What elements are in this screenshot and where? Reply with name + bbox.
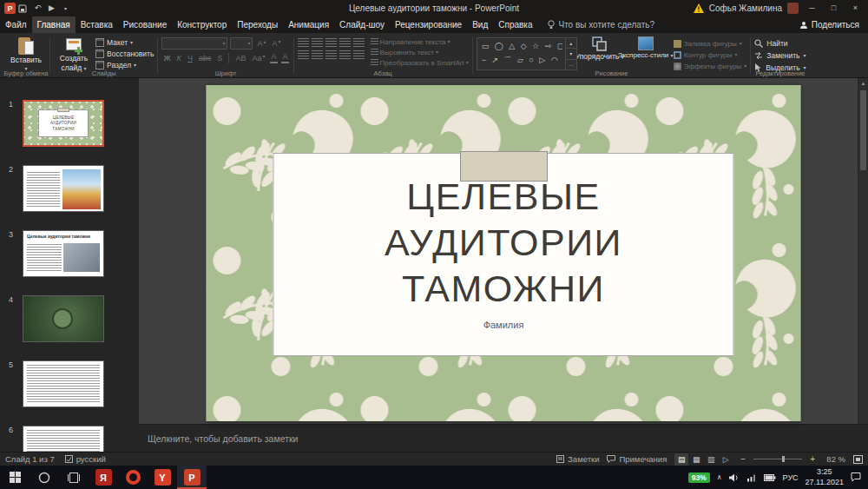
slide-thumbnail-4[interactable]: 4 [0, 295, 139, 342]
tellme-box[interactable]: Что вы хотите сделать? [548, 17, 654, 33]
align-left-icon[interactable] [298, 50, 309, 59]
zoom-in-button[interactable]: + [810, 454, 815, 465]
zoom-slider-thumb[interactable] [782, 456, 785, 462]
tab-view[interactable]: Вид [467, 17, 493, 33]
gallery-more-icon[interactable]: ⋯ [566, 59, 576, 69]
yandex-app-icon[interactable]: Y [148, 466, 177, 489]
undo-icon[interactable]: ↶ [32, 3, 43, 14]
italic-button[interactable]: К [175, 54, 183, 63]
reset-button[interactable]: Восстановить [95, 49, 154, 58]
battery-icon[interactable] [764, 474, 776, 481]
fit-slide-to-window-icon[interactable] [853, 455, 863, 464]
notes-toggle-button[interactable]: Заметки [556, 454, 599, 464]
font-name-combo[interactable]: ▾ [161, 37, 227, 50]
find-button[interactable]: Найти [754, 38, 806, 48]
minimize-button[interactable]: ─ [804, 0, 820, 17]
shapes-gallery[interactable]: ▭ ◯ △ ◇ ☆ ⇨ ◻ − ↗ ⌒ ▱ ○ ▷ ◠ ▴ ▾ ⋯ [477, 37, 577, 70]
thumbnail-1-preview[interactable]: ЦЕЛЕВЫЕ АУДИТОРИИ ТАМОЖНИ [23, 100, 104, 147]
thumbnail-3-preview[interactable]: Целевые аудитории таможни [23, 230, 104, 277]
decor-tan-rectangle[interactable] [460, 151, 548, 182]
gallery-down-icon[interactable]: ▾ [566, 48, 576, 58]
font-size-combo[interactable]: ▾ [230, 37, 253, 50]
slide-thumbnail-6[interactable]: 6 [0, 426, 139, 452]
slide-subtitle[interactable]: Фамилия [207, 320, 801, 330]
volume-icon[interactable] [729, 473, 740, 482]
bullet-list-icon[interactable] [298, 38, 309, 47]
network-icon[interactable] [746, 473, 757, 482]
change-case-button[interactable]: Аа▾ [250, 54, 266, 63]
thumbnail-5-preview[interactable] [23, 360, 104, 407]
new-slide-button[interactable]: Создать слайд ▾ [54, 36, 94, 73]
tab-insert[interactable]: Вставка [76, 17, 118, 33]
restore-button[interactable]: □ [825, 0, 842, 17]
grow-font-button[interactable]: А▴ [255, 39, 267, 48]
hidden-icons-chevron[interactable]: ∧ [717, 473, 722, 481]
bold-button[interactable]: Ж [161, 54, 172, 63]
slide-thumbnail-5[interactable]: 5 [0, 360, 139, 407]
font-color-button[interactable]: А [281, 53, 290, 63]
text-direction-button[interactable]: Направление текста ▾ [371, 37, 469, 46]
align-text-button[interactable]: Выровнять текст ▾ [371, 48, 469, 56]
tab-draw[interactable]: Рисование [118, 17, 172, 33]
slide-title[interactable]: ЦЕЛЕВЫЕ АУДИТОРИИ ТАМОЖНИ [207, 174, 801, 312]
shrink-font-button[interactable]: А▾ [270, 39, 282, 48]
arrange-button[interactable]: Упорядочить ▾ [577, 36, 622, 62]
columns-icon[interactable] [353, 50, 365, 59]
yandex-browser-icon[interactable]: Я [89, 466, 118, 489]
scrollbar-thumb[interactable] [860, 90, 866, 170]
text-shadow-button[interactable]: S [215, 54, 224, 63]
search-button[interactable] [30, 466, 59, 489]
thumbnail-4-preview[interactable] [23, 295, 104, 342]
close-button[interactable]: × [847, 0, 864, 17]
tab-slideshow[interactable]: Слайд-шоу [334, 17, 390, 33]
language-indicator[interactable]: русский [65, 454, 106, 464]
convert-smartart-button[interactable]: Преобразовать в SmartArt ▾ [371, 58, 469, 67]
slideshow-view-button[interactable]: ▷ [719, 453, 733, 466]
scroll-up-icon[interactable]: ▴ [858, 78, 868, 89]
slide-sorter-view-button[interactable]: ▦ [689, 453, 703, 466]
qat-customize-icon[interactable]: ▾ [60, 6, 71, 11]
align-right-icon[interactable] [326, 50, 337, 59]
align-center-icon[interactable] [312, 50, 323, 59]
tab-file[interactable]: Файл [0, 17, 32, 33]
gallery-up-icon[interactable]: ▴ [566, 38, 576, 48]
slide-thumbnail-2[interactable]: 2 [0, 165, 139, 212]
slide-thumbnail-1[interactable]: 1 ЦЕЛЕВЫЕ АУДИТОРИИ ТАМОЖНИ [0, 100, 139, 147]
section-button[interactable]: Раздел ▾ [95, 60, 154, 69]
notes-pane[interactable]: Щелкните, чтобы добавить заметки [139, 424, 868, 452]
highlight-color-button[interactable]: А [270, 53, 279, 63]
battery-percentage-badge[interactable]: 93% [688, 472, 710, 483]
justify-icon[interactable] [339, 50, 351, 59]
task-view-button[interactable] [59, 466, 89, 489]
tab-design[interactable]: Конструктор [172, 17, 232, 33]
action-center-icon[interactable] [851, 472, 861, 482]
save-icon[interactable] [18, 4, 30, 13]
share-button[interactable]: Поделиться [799, 17, 868, 33]
account-name[interactable]: Софья Жамилина [709, 3, 782, 13]
quick-styles-button[interactable]: Экспресс-стили ▾ [622, 36, 669, 59]
tab-home[interactable]: Главная [32, 17, 76, 33]
normal-view-button[interactable]: ▤ [674, 453, 688, 466]
powerpoint-taskbar-icon[interactable]: P [177, 466, 207, 489]
account-avatar[interactable] [787, 3, 799, 14]
paste-button[interactable]: Вставить ▾ [6, 36, 46, 71]
zoom-out-button[interactable]: − [740, 454, 746, 465]
input-language[interactable]: РУС [783, 473, 799, 482]
thumbnail-2-preview[interactable] [23, 165, 104, 212]
replace-button[interactable]: Заменить ▾ [754, 50, 806, 60]
character-spacing-button[interactable]: АВ [233, 54, 247, 63]
tab-help[interactable]: Справка [493, 17, 537, 33]
increase-indent-icon[interactable] [339, 38, 351, 47]
shape-fill-button[interactable]: Заливка фигуры ▾ [674, 39, 747, 48]
zoom-percentage[interactable]: 82 % [823, 454, 845, 464]
reading-view-button[interactable]: ▥ [704, 453, 718, 466]
vertical-scrollbar[interactable]: ▴ [858, 78, 868, 424]
zoom-slider[interactable] [753, 459, 802, 459]
layout-button[interactable]: Макет ▾ [95, 37, 154, 47]
shape-outline-button[interactable]: Контур фигуры ▾ [674, 50, 747, 59]
line-spacing-icon[interactable] [353, 38, 365, 47]
thumbnail-6-preview[interactable] [23, 426, 104, 452]
tab-animations[interactable]: Анимация [283, 17, 334, 33]
notes-placeholder[interactable]: Щелкните, чтобы добавить заметки [148, 433, 298, 444]
strikethrough-button[interactable]: abc [197, 54, 214, 63]
